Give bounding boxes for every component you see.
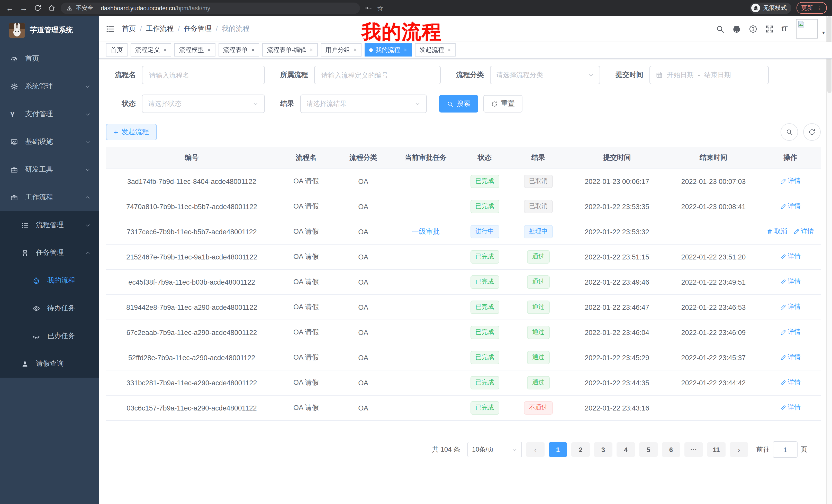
detail-link[interactable]: 详情: [780, 278, 801, 286]
process-name-input[interactable]: [142, 66, 265, 84]
sidebar-item[interactable]: 首页: [0, 45, 99, 73]
detail-link[interactable]: 详情: [780, 303, 801, 312]
page-ellipsis[interactable]: ···: [684, 442, 703, 457]
cell-task: [392, 169, 460, 194]
breadcrumb-item[interactable]: 首页: [122, 24, 136, 33]
sidebar-item[interactable]: 流程管理: [0, 211, 99, 239]
tab-close-icon[interactable]: ×: [310, 47, 313, 53]
cell-category: OA: [335, 320, 392, 345]
font-size-icon[interactable]: tT: [782, 25, 787, 33]
workflow-icon: [10, 193, 18, 201]
detail-link[interactable]: 详情: [780, 353, 801, 362]
tab-close-icon[interactable]: ×: [448, 47, 451, 53]
back-button[interactable]: ←: [5, 3, 15, 12]
window-scrollbar[interactable]: [826, 16, 832, 504]
chevron-up-icon: [85, 250, 90, 256]
submit-time-range-picker[interactable]: 开始日期 - 结束日期: [649, 66, 769, 84]
column-header: 状态: [460, 147, 510, 169]
page-button[interactable]: 4: [617, 442, 635, 457]
column-header: 编号: [106, 147, 278, 169]
sidebar-item[interactable]: 基础设施: [0, 128, 99, 156]
filter-label-name: 流程名: [106, 71, 136, 80]
next-page-button[interactable]: ›: [730, 442, 748, 457]
fullscreen-icon[interactable]: [765, 24, 774, 33]
incognito-icon: [751, 4, 760, 12]
tab-label: 流程定义: [135, 46, 160, 54]
search-icon[interactable]: [716, 24, 725, 33]
page-button[interactable]: 6: [662, 442, 680, 457]
tab-item[interactable]: 流程模型×: [175, 43, 215, 57]
chevron-down-icon: [85, 167, 90, 172]
search-button[interactable]: 搜索: [439, 95, 478, 113]
sidebar-item[interactable]: 研发工具: [0, 156, 99, 184]
browser-menu-icon[interactable]: ⋮: [816, 5, 822, 11]
tab-item[interactable]: 流程定义×: [131, 43, 172, 57]
process-key-input[interactable]: [314, 66, 441, 84]
detail-link[interactable]: 详情: [794, 227, 814, 236]
sidebar: 芋道管理系统 首页系统管理¥支付管理基础设施研发工具工作流程流程管理任务管理我的…: [0, 16, 99, 504]
tab-close-icon[interactable]: ×: [404, 47, 407, 53]
detail-link[interactable]: 详情: [780, 403, 801, 412]
cancel-link[interactable]: 取消: [767, 227, 787, 236]
tab-item[interactable]: 流程表单×: [218, 43, 259, 57]
avatar[interactable]: [796, 19, 817, 38]
page-button[interactable]: 1: [549, 442, 567, 457]
sidebar-item[interactable]: 待办任务: [0, 295, 99, 322]
page-button[interactable]: 3: [594, 442, 613, 457]
browser-update-button[interactable]: 更新 ⋮: [797, 2, 827, 14]
detail-link[interactable]: 详情: [780, 253, 801, 261]
detail-link[interactable]: 详情: [780, 202, 801, 211]
sidebar-item[interactable]: 我的流程: [0, 267, 99, 295]
reset-button[interactable]: 重置: [483, 95, 522, 113]
key-icon[interactable]: [365, 4, 372, 12]
create-process-button[interactable]: + 发起流程: [106, 124, 157, 140]
sidebar-item[interactable]: ¥支付管理: [0, 100, 99, 128]
sidebar-item[interactable]: 请假查询: [0, 350, 99, 377]
status-badge: 已完成: [470, 175, 499, 188]
refresh-icon: [808, 129, 815, 136]
goto-page-input[interactable]: [773, 441, 798, 458]
refresh-table-button[interactable]: [803, 123, 821, 141]
page-button[interactable]: 2: [571, 442, 590, 457]
github-icon[interactable]: [732, 24, 741, 33]
sidebar-item[interactable]: 已办任务: [0, 322, 99, 350]
sidebar-collapse-icon[interactable]: [106, 24, 115, 33]
page-size-select[interactable]: 10条/页: [467, 442, 522, 457]
detail-link[interactable]: 详情: [780, 177, 801, 186]
avatar-caret-icon[interactable]: ▾: [822, 30, 825, 38]
breadcrumb-item[interactable]: 任务管理: [184, 24, 212, 33]
tab-item[interactable]: 用户分组×: [321, 43, 362, 57]
sidebar-item[interactable]: 工作流程: [0, 184, 99, 211]
toggle-search-button[interactable]: [781, 123, 798, 141]
pagination: 共 104 条 10条/页 ‹ 123456···11 › 前往 页: [106, 441, 821, 458]
reload-button[interactable]: [33, 3, 42, 12]
address-bar[interactable]: 不安全 dashboard.yudao.iocoder.cn/bpm/task/…: [61, 2, 360, 13]
sidebar-item[interactable]: 系统管理: [0, 73, 99, 100]
sidebar-item[interactable]: 任务管理: [0, 239, 99, 267]
tab-close-icon[interactable]: ×: [354, 47, 357, 53]
tab-close-icon[interactable]: ×: [252, 47, 255, 53]
forward-button[interactable]: →: [19, 3, 28, 12]
category-select[interactable]: 请选择流程分类: [490, 66, 600, 84]
breadcrumb-item[interactable]: 工作流程: [146, 24, 174, 33]
table-row: 7317cec6-7b9b-11ec-b5b7-acde48001122OA 请…: [106, 219, 821, 244]
result-select[interactable]: 请选择流结果: [300, 94, 427, 113]
tab-item[interactable]: 首页: [106, 43, 128, 57]
page-button[interactable]: 5: [639, 442, 658, 457]
tab-close-icon[interactable]: ×: [207, 47, 211, 53]
detail-link[interactable]: 详情: [780, 328, 801, 337]
tab-item[interactable]: 流程表单-编辑×: [262, 43, 318, 57]
broken-image-icon: [797, 20, 805, 28]
status-select[interactable]: 请选择状态: [142, 94, 265, 113]
bookmark-star-icon[interactable]: ☆: [377, 4, 383, 12]
tab-close-icon[interactable]: ×: [163, 47, 167, 53]
help-icon[interactable]: [749, 24, 757, 33]
page-buttons: 123456···11: [549, 442, 726, 457]
page-button[interactable]: 11: [707, 442, 726, 457]
result-badge: 不通过: [524, 401, 553, 415]
current-task-link[interactable]: 一级审批: [412, 228, 440, 235]
detail-link[interactable]: 详情: [780, 379, 801, 387]
prev-page-button[interactable]: ‹: [526, 442, 545, 457]
sidebar-item-label: 待办任务: [47, 304, 75, 313]
home-button[interactable]: [47, 3, 56, 12]
